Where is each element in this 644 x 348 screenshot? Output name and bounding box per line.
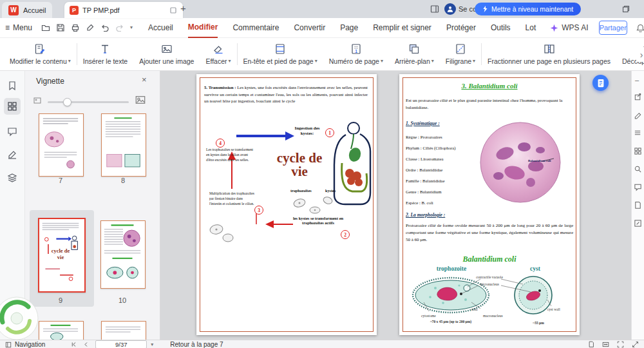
insert-text-button[interactable]: Insérer le texte xyxy=(77,38,133,70)
add-image-label: Ajouter une image xyxy=(139,57,194,65)
bell-icon[interactable] xyxy=(636,24,644,32)
watermark-icon xyxy=(455,43,466,55)
tab-remplir-et-signer[interactable]: Remplir et signer xyxy=(373,18,431,37)
collapse-panel-icon[interactable]: – xyxy=(635,76,639,84)
background-label: Arrière-plan xyxy=(395,57,430,65)
comment-icon[interactable] xyxy=(7,126,17,137)
navigation-panel-icon[interactable] xyxy=(5,342,12,348)
save-icon[interactable] xyxy=(56,23,65,32)
thumbnails-icon xyxy=(7,101,17,111)
first-page-icon[interactable] xyxy=(71,342,77,347)
pdf-page-10[interactable]: 3. Balantidium coli Est un protozoaire c… xyxy=(399,74,580,335)
thumbnail-panel-button[interactable] xyxy=(4,98,21,115)
previous-page-icon[interactable] xyxy=(83,342,89,347)
layout-toggle-icon[interactable] xyxy=(430,5,439,14)
erase-button[interactable]: Effacer▾ xyxy=(200,38,236,70)
redo-icon[interactable] xyxy=(115,23,124,32)
tab-modifier[interactable]: Modifier xyxy=(188,17,218,38)
taxonomy-famille: Famille : Balantididae xyxy=(406,179,444,183)
navigation-label[interactable]: Navigation xyxy=(15,341,45,348)
tab-window-icon[interactable] xyxy=(169,6,178,15)
highlighter-icon[interactable] xyxy=(7,150,17,160)
tab-lot[interactable]: Lot xyxy=(526,18,536,37)
watermark-button[interactable]: Filigrane▾ xyxy=(440,38,481,70)
outline-list-icon[interactable] xyxy=(634,129,642,137)
panel-close-icon[interactable]: × xyxy=(142,75,147,84)
page-thumbnail-partial[interactable] xyxy=(39,321,84,340)
ribbon-expand-icon[interactable]: › xyxy=(636,48,644,62)
quick-access-caret-icon[interactable]: ▾ xyxy=(130,25,133,30)
cell-diagram-title: Balantidium coli xyxy=(404,255,574,264)
trophozoite-label: trophozoite xyxy=(424,266,479,272)
expand-view-icon[interactable] xyxy=(632,341,639,348)
grid-view-icon[interactable] xyxy=(634,147,642,155)
header-footer-button[interactable]: En-tête et pied de page▾ xyxy=(238,38,323,70)
share-document-icon[interactable] xyxy=(634,93,642,101)
wps-ai-button[interactable]: WPS AI xyxy=(550,23,588,32)
tab-commentaire[interactable]: Commentaire xyxy=(232,18,279,37)
signature-pen-icon[interactable] xyxy=(634,111,642,119)
zoom-out-thumbnails-icon[interactable] xyxy=(33,97,41,104)
insert-text-icon xyxy=(99,43,111,55)
thumbnail-art: cycle de vie xyxy=(39,219,82,289)
upgrade-button[interactable]: Mettre à niveau maintenant xyxy=(475,3,581,15)
systematique-heading: 1. Systématique : xyxy=(406,121,440,126)
tab-page[interactable]: Page xyxy=(340,18,358,37)
thumbnail-size-slider[interactable] xyxy=(48,101,129,103)
page-indicator-caret-icon[interactable]: ▾ xyxy=(151,342,153,347)
layers-icon[interactable] xyxy=(7,173,17,183)
page-number-button[interactable]: 1 Numéro de page▾ xyxy=(323,38,389,70)
floating-assistant-button[interactable] xyxy=(592,75,609,91)
menu-bar: ≡ Menu ▾ Accueil Modifier Commentaire Co… xyxy=(0,18,644,37)
open-file-icon[interactable] xyxy=(41,23,50,32)
menu-button[interactable]: ≡ Menu xyxy=(5,23,32,32)
comment-bubble-icon[interactable] xyxy=(634,183,642,191)
wps-ai-label: WPS AI xyxy=(562,23,588,32)
edit-content-icon xyxy=(34,43,46,55)
single-page-view-icon[interactable] xyxy=(587,341,594,348)
upgrade-label: Mettre à niveau maintenant xyxy=(491,5,573,13)
status-bar: Navigation ▾ Retour à la page 7 xyxy=(0,340,644,348)
page-thumbnail-7[interactable] xyxy=(39,113,84,177)
page-thumbnail-10[interactable] xyxy=(100,220,146,289)
title-bar: W Accueil P TP PMP.pdf + Se con... Mettr… xyxy=(0,0,644,18)
zoom-in-thumbnails-icon[interactable] xyxy=(135,95,146,105)
cyst-size: ~55 μm xyxy=(520,321,556,325)
page-thumbnail-8[interactable] xyxy=(101,113,146,177)
brush-icon[interactable] xyxy=(86,23,95,32)
search-icon[interactable] xyxy=(634,165,642,173)
edit-content-button[interactable]: Modifier le contenu▾ xyxy=(4,38,77,70)
page-thumbnail-9-selected[interactable]: cycle de vie xyxy=(38,218,86,293)
fullscreen-icon[interactable] xyxy=(617,341,624,348)
new-tab-button[interactable]: + xyxy=(180,3,186,14)
tab-convertir[interactable]: Convertir xyxy=(294,18,325,37)
back-to-page-link[interactable]: Retour à la page 7 xyxy=(170,341,223,348)
tab-outils[interactable]: Outils xyxy=(491,18,511,37)
bookmark-icon[interactable] xyxy=(7,81,17,91)
page-thumbnail-partial[interactable] xyxy=(101,321,146,340)
background-button[interactable]: Arrière-plan▾ xyxy=(389,38,440,70)
edit-annotation-icon[interactable] xyxy=(634,219,642,227)
split-page-label: Fractionner une page en plusieurs pages xyxy=(488,57,611,65)
home-tab[interactable]: W Accueil xyxy=(2,2,52,18)
lightning-icon xyxy=(482,5,488,13)
split-page-button[interactable]: Fractionner une page en plusieurs pages xyxy=(482,38,616,70)
window-restore-icon[interactable] xyxy=(622,5,630,13)
erase-label: Effacer xyxy=(205,57,227,65)
decorative-logo xyxy=(0,295,41,340)
undo-icon[interactable] xyxy=(100,23,109,32)
print-icon[interactable] xyxy=(71,23,80,32)
document-canvas[interactable]: 5. Transmission : Les kystes, une fois e… xyxy=(160,70,631,340)
page-indicator-input[interactable] xyxy=(95,340,147,348)
share-button[interactable]: Partager xyxy=(599,21,627,35)
tab-accueil[interactable]: Accueil xyxy=(148,18,173,37)
tab-proteger[interactable]: Protéger xyxy=(446,18,476,37)
caret-down-icon: ▾ xyxy=(473,59,475,64)
add-image-button[interactable]: Ajouter une image xyxy=(133,38,200,70)
thumbnail-size-slider-handle[interactable] xyxy=(63,98,71,106)
fit-width-icon[interactable] xyxy=(602,341,609,348)
page-properties-icon[interactable] xyxy=(634,201,642,209)
avatar[interactable] xyxy=(444,3,456,15)
document-tab[interactable]: P TP PMP.pdf xyxy=(64,2,183,18)
pdf-page-9[interactable]: 5. Transmission : Les kystes, une fois e… xyxy=(196,74,377,335)
